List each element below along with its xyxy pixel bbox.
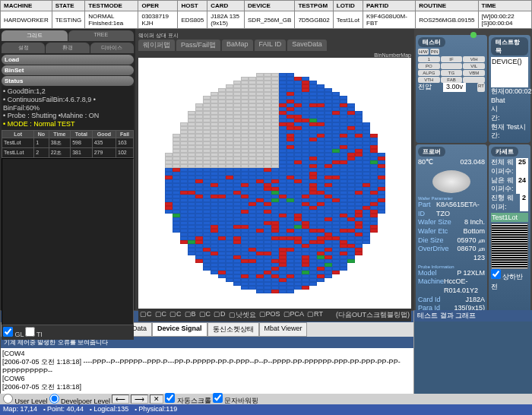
- result-panel: 테스트 결과 그래프: [414, 310, 532, 394]
- prober-box: 프로버 80℃023.048 Wafer Parameter Part IDK8…: [416, 144, 487, 315]
- tester-box: 테스터 H/WPIN 1IFVIHPOVILALPGTGVBMVTHFAB 전압…: [416, 35, 487, 143]
- dev-level[interactable]: Develpoer Level: [49, 394, 111, 405]
- log-area[interactable]: [COW4[2006-07-05 오전 1:18:18] ----PPP--P-…: [1, 348, 413, 394]
- center-tab-3[interactable]: FAIL ID: [255, 40, 287, 51]
- disc-icon: [432, 170, 470, 193]
- flip-toggle[interactable]: 상하반전: [491, 275, 523, 290]
- center-tab-0[interactable]: 웨이퍼맵: [138, 40, 175, 51]
- binset-section[interactable]: BinSet: [2, 65, 134, 75]
- lot-grid-area: [2, 158, 134, 325]
- center-toolbar: ▢C▢C▢C▢B▢C▢D▢낫셋요▢POS▢PCA▢RT(다음OUT스크램블링맵): [138, 309, 411, 322]
- lot-table: LotNoTimeTotalGoodFail TestLot138초598435…: [2, 130, 134, 158]
- tab-tree[interactable]: TREE: [68, 30, 135, 41]
- center-tab-2[interactable]: BaMap: [222, 40, 253, 51]
- wrap[interactable]: 문자바워핑: [213, 393, 259, 406]
- load-section[interactable]: Load: [2, 55, 134, 65]
- status-section[interactable]: Status: [2, 76, 134, 86]
- hw-tab[interactable]: H/W: [418, 49, 429, 55]
- cassette-image: [491, 223, 528, 269]
- footer-bar: Map: 17,14• Point: 40,44• Logical:135• P…: [0, 404, 532, 415]
- user-level[interactable]: User Level: [3, 394, 48, 405]
- status-bar: User Level Develpoer Level ⟵⟶✕ 자동스크롤 문자바…: [0, 394, 532, 404]
- subtab-device[interactable]: 디바이스: [90, 43, 134, 53]
- debug-tab-2[interactable]: Device Signal: [152, 322, 207, 337]
- subtab-settings[interactable]: 설정: [2, 43, 45, 53]
- center-panel: 웨이퍼 상대 표시 웨이퍼맵Pass/Fail맵BaMapFAIL IDSave…: [135, 29, 414, 310]
- wafer-map[interactable]: [138, 58, 411, 309]
- ti-toggle[interactable]: TI: [25, 327, 43, 338]
- debug-tab-4[interactable]: Mbat Viewer: [259, 322, 308, 337]
- pin-tab[interactable]: PIN: [430, 49, 439, 55]
- header-info-table: MACHINESTATETESTMODEOPERHOSTCARDDEVICETE…: [0, 0, 532, 29]
- cassette-box: 카세트 전체 웨이퍼수:25남은 웨이퍼수:24진행 웨이퍼:2 Test1Lo…: [489, 144, 530, 315]
- center-tab-1[interactable]: Pass/Fail맵: [176, 40, 220, 51]
- left-panel: 그리드 TREE 설정 환경 디바이스 Load BinSet Status •…: [0, 29, 135, 310]
- tab-grid[interactable]: 그리드: [2, 30, 68, 41]
- rt-button[interactable]: RT: [477, 83, 485, 92]
- right-panel: 테스터 H/WPIN 1IFVIHPOVILALPGTGVBMVTHFAB 전압…: [414, 29, 532, 310]
- subtab-env[interactable]: 환경: [46, 43, 89, 53]
- center-tab-4[interactable]: SaveData: [287, 40, 327, 51]
- debug-tab-3[interactable]: 통신소켓상태: [207, 322, 259, 337]
- binmap-label: BinNumberMap: [138, 52, 411, 58]
- status-content: • GoodBin:1,2• ContinuousFailBin:4.6.7.8…: [2, 86, 134, 130]
- lot-label: Test1Lot: [491, 213, 528, 222]
- autoscroll[interactable]: 자동스크롤: [165, 393, 211, 406]
- gl-toggle[interactable]: GL: [3, 327, 24, 338]
- testitem-box: 테스트항목 DEVICE() 현재 Bhat시간:00:00:02 현재 Tes…: [489, 35, 530, 143]
